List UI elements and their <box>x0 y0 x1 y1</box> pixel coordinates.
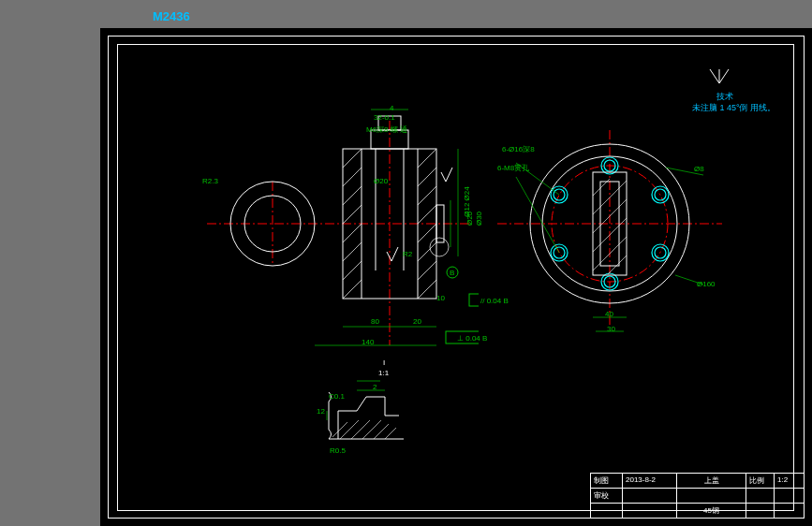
dim-w12: 12 <box>317 407 325 416</box>
file-id-label: M2436 <box>153 9 190 23</box>
detail-scale: 1:1 <box>378 369 389 377</box>
svg-line-25 <box>418 242 436 261</box>
dim-hole-callout: 6-Ø16深8 <box>502 144 535 154</box>
tb-r3c4 <box>746 504 774 518</box>
svg-line-17 <box>343 242 362 261</box>
drawing-canvas[interactable]: 技术 未注脑 1 45°倒 用线。 <box>100 28 812 526</box>
sheet-inner-frame: 技术 未注脑 1 45°倒 用线。 <box>108 36 805 519</box>
dim-w140: 140 <box>362 338 374 346</box>
detail-view <box>319 364 432 458</box>
tb-scale-label: 比例 <box>746 474 774 488</box>
svg-line-75 <box>385 428 396 439</box>
tb-title: 上盖 <box>676 474 746 488</box>
svg-line-21 <box>418 168 436 186</box>
svg-line-62 <box>608 256 627 274</box>
detail-label: I <box>383 358 385 367</box>
svg-line-16 <box>343 224 362 242</box>
dim-r05: R0.5 <box>330 446 346 455</box>
tb-r3c1 <box>590 504 622 518</box>
front-view <box>207 102 479 364</box>
tb-date: 2013-8-2 <box>622 474 676 488</box>
surface-finish-icon <box>705 65 733 87</box>
svg-line-23 <box>418 205 436 224</box>
tb-r3c2 <box>622 504 676 518</box>
dim-h10: 10 <box>436 294 445 302</box>
svg-line-18 <box>343 261 362 280</box>
dim-r2: R2 <box>403 250 412 258</box>
svg-line-73 <box>362 420 381 439</box>
dim-d20: Ø20 <box>374 177 388 185</box>
dim-top-tol: 32-0.1 <box>374 113 395 122</box>
svg-line-71 <box>340 420 359 439</box>
svg-line-14 <box>343 186 362 205</box>
tb-drawn-label: 制图 <box>590 474 622 488</box>
dim-w30: 30 <box>607 325 615 333</box>
tb-r2c5 <box>774 489 804 503</box>
datum-b: B <box>450 269 454 277</box>
tb-material: 45钢 <box>676 504 746 518</box>
svg-line-19 <box>343 280 362 299</box>
svg-line-70 <box>332 422 347 437</box>
dim-gd2: ⊥ 0.04 B <box>457 334 487 343</box>
dim-thread-callout: 6-M8贯孔 <box>497 163 529 173</box>
tb-r2c4 <box>746 489 774 503</box>
svg-line-13 <box>343 168 362 186</box>
dim-r3: R2.3 <box>202 177 218 185</box>
svg-line-20 <box>418 149 436 168</box>
tb-r2c2 <box>622 489 676 503</box>
tb-scale-value: 1:2 <box>774 474 804 488</box>
dim-top-small: 4 <box>390 104 393 112</box>
svg-line-22 <box>418 186 436 205</box>
svg-line-72 <box>351 420 370 439</box>
svg-point-37 <box>430 238 449 256</box>
dim-c01: C0.1 <box>329 392 345 401</box>
svg-line-27 <box>418 280 436 299</box>
svg-line-15 <box>343 205 362 224</box>
dim-d20-2: Ø20 <box>465 212 474 226</box>
dim-d8: Ø8 <box>694 165 704 173</box>
dim-h20: 20 <box>413 317 421 326</box>
tech-req-text: 未注脑 1 45°倒 用线。 <box>692 102 775 114</box>
svg-line-74 <box>374 424 389 439</box>
dim-h40: 40 <box>605 310 613 318</box>
dim-h2: 2 <box>373 383 376 391</box>
dim-h80: 80 <box>371 317 379 326</box>
dim-d160: Ø160 <box>697 280 716 288</box>
tb-r3c5 <box>774 504 804 518</box>
svg-line-26 <box>418 261 436 280</box>
svg-line-12 <box>343 149 362 168</box>
tb-check-label: 审校 <box>590 489 622 503</box>
svg-rect-34 <box>469 294 479 306</box>
dim-callout: M6深8-螺 通 <box>366 124 407 135</box>
title-block: 制图 2013-8-2 上盖 比例 1:2 审校 45钢 <box>590 473 804 518</box>
tb-r2c3 <box>676 489 746 503</box>
dim-d30: Ø30 <box>475 212 483 226</box>
